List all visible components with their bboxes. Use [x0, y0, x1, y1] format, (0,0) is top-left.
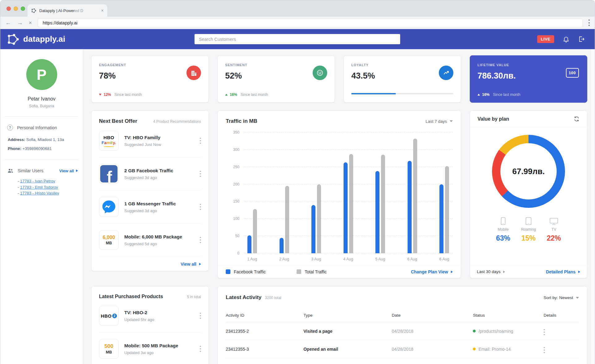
offer-item: HBO Family. TV: HBO Familly Suggested Ju… — [99, 124, 201, 157]
sign-out-icon[interactable] — [578, 36, 585, 43]
tab-title: Datapply | AI-Powered D — [39, 8, 83, 13]
offer-menu-button[interactable] — [200, 203, 201, 211]
offer-subtitle: Suggested 3d ago — [124, 175, 194, 180]
bar-total-traffic — [445, 166, 449, 253]
offer-menu-button[interactable] — [200, 137, 201, 144]
notifications-bell-icon[interactable] — [563, 36, 570, 43]
search-input[interactable] — [195, 34, 400, 44]
tv-monitor-icon — [542, 217, 565, 225]
similar-user-link[interactable]: 17783 - Ivan Petrov — [20, 179, 55, 183]
forward-button[interactable]: → — [17, 20, 23, 26]
bar-facebook-traffic — [311, 205, 315, 253]
activity-id: 23412355-3 — [226, 347, 303, 352]
personal-information-section: ? Personal Information Address: Sofia, M… — [0, 117, 83, 152]
similar-users-list: - 17783 - Ivan Petrov - 17783 - Emil Tod… — [18, 178, 78, 196]
card-title: Traffic in MB — [226, 118, 257, 124]
bar-facebook-traffic — [344, 162, 348, 253]
traffic-legend-items: Facebook TrafficTotal Traffic — [226, 269, 327, 274]
refresh-icon[interactable] — [574, 116, 580, 122]
latest-activity-card: Latest Activity 3200 total Sort by: Newe… — [217, 286, 587, 364]
similar-users-view-all-link[interactable]: View all — [59, 169, 78, 173]
similar-user-link[interactable]: 17783 - Hristo Vasilev — [20, 191, 59, 195]
list-item: - 17783 - Emil Todorov — [18, 184, 78, 191]
customer-location: Sofia, Bulgaria — [29, 104, 54, 108]
offer-title: TV: HBO Familly — [124, 135, 194, 140]
people-icon — [7, 168, 14, 173]
browser-toolbar: ← → × https://datapply.ai — [0, 17, 595, 29]
activity-row: 23412355-3Opened an email04/28/2018Email… — [226, 340, 579, 358]
offer-menu-button[interactable] — [200, 236, 201, 244]
card-title: Next Best Offer — [99, 118, 137, 124]
arrow-down-icon — [99, 94, 101, 96]
metric-delta: 16% Since last month — [225, 92, 268, 97]
bar-facebook-traffic — [408, 161, 412, 253]
data-package-tile: 6,000 MB — [99, 230, 119, 250]
change-plan-view-link[interactable]: Change Plan View — [411, 269, 453, 274]
bar-total-traffic — [381, 155, 385, 254]
purchased-subtitle: Updated 5hr ago — [124, 317, 194, 322]
metric-label: SENTIMENT — [225, 63, 327, 67]
list-item: - 17783 - Hristo Vasilev — [18, 190, 78, 196]
activity-type: Opened an email — [303, 347, 392, 352]
metric-label: LIFETIME VALUE — [477, 63, 580, 67]
detailed-plans-link[interactable]: Detailed Plans — [546, 269, 580, 274]
back-button[interactable]: ← — [5, 20, 11, 26]
column-header: Details — [544, 313, 579, 318]
last-30-days-control[interactable]: Last 30 days — [477, 269, 505, 274]
bar-total-traffic — [253, 209, 257, 253]
browser-tab[interactable]: Datapply | AI-Powered D × — [28, 4, 107, 17]
bar-group: 5 Aug — [375, 132, 385, 253]
metric-delta: 12% Since last month — [99, 92, 142, 97]
bar-group: 3 Aug — [311, 132, 321, 253]
offers-view-all-link[interactable]: View all — [99, 257, 201, 271]
offer-menu-button[interactable] — [200, 170, 201, 178]
arrow-right-icon — [199, 263, 201, 265]
browser-tabstrip: Datapply | AI-Powered D × — [0, 0, 595, 17]
metric-value: 52% — [225, 71, 327, 81]
traffic-plot: 0501001502002503003501 Aug2 Aug3 Aug4 Au… — [244, 132, 453, 253]
row-menu-button[interactable] — [544, 346, 545, 354]
card-subtitle: 5 in total — [187, 295, 201, 299]
metric-value: 78% — [99, 71, 201, 81]
data-package-tile: 500 MB — [99, 339, 119, 359]
loyalty-card: LOYALTY 43.5% — [344, 55, 461, 103]
purchased-menu-button[interactable] — [200, 312, 201, 319]
url-text: https://datapply.ai — [43, 20, 78, 25]
activity-details — [544, 344, 579, 354]
metric-label: LOYALTY — [351, 63, 453, 67]
bar-total-traffic — [317, 184, 321, 253]
similar-user-link[interactable]: 17783 - Emil Todorov — [20, 185, 58, 190]
banknote-icon: 100 — [565, 66, 580, 80]
arrow-up-icon — [477, 94, 480, 96]
sentiment-smiley-icon — [313, 66, 327, 80]
tab-close-icon[interactable]: × — [101, 8, 104, 13]
row-menu-button[interactable] — [544, 328, 545, 336]
engagement-card: ENGAGEMENT 78% 12% Since last month — [91, 55, 209, 103]
minimize-window-button[interactable] — [14, 6, 18, 11]
column-header: Status — [473, 313, 543, 318]
facebook-logo: f — [99, 164, 119, 184]
stop-button[interactable]: × — [29, 20, 32, 25]
live-status-badge: LIVE — [537, 35, 554, 43]
bar-group: 6 Aug — [439, 132, 449, 253]
address-bar[interactable]: https://datapply.ai — [38, 19, 583, 27]
browser-menu-icon[interactable] — [589, 19, 590, 27]
purchased-menu-button[interactable] — [200, 345, 201, 353]
activity-status: Email: Promo-14 — [473, 347, 543, 352]
hbo-family-logo: HBO Family. — [99, 131, 119, 151]
date-range-dropdown[interactable]: Last 7 days — [426, 119, 453, 124]
activity-row: 23412355-2Visited a page04/28/2018/produ… — [226, 322, 579, 340]
activity-table-head: Activity IDTypeDateStatusDetails — [226, 309, 579, 322]
customer-sidebar: P Petar Ivanov Sofia, Bulgaria ? Persona… — [0, 49, 83, 364]
plan-tv: TV 22% — [542, 217, 565, 242]
bar-total-traffic — [413, 139, 417, 253]
offer-title: 2 GB Facebook Traffic — [124, 168, 194, 173]
offer-subtitle: Suggested 3d ago — [124, 208, 194, 213]
page-scrollbar[interactable] — [591, 49, 595, 364]
close-window-button[interactable] — [6, 6, 11, 11]
offer-title: Mobile: 6,000 MB Package — [124, 234, 194, 239]
bar-facebook-traffic — [280, 238, 284, 253]
similar-users-section: Similar Users View all - 17783 - Ivan Pe… — [0, 160, 83, 196]
sort-dropdown[interactable]: Sort by: Newest — [544, 295, 579, 300]
zoom-window-button[interactable] — [21, 6, 25, 11]
